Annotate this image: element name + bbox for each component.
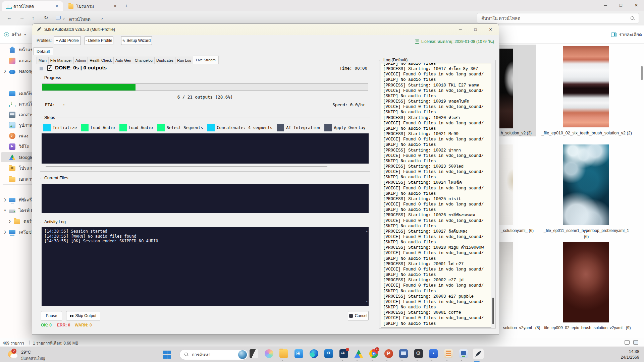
log-scrollbar[interactable] bbox=[491, 63, 495, 327]
taskbar-icon-iadoc[interactable] bbox=[336, 347, 352, 362]
app-tab-main[interactable]: Main bbox=[37, 57, 49, 64]
sidebar-item-folder[interactable]: ❯ดอร์สตั๊ bbox=[6, 216, 32, 226]
log-text-area[interactable]: [SKIP] No audio files[PROCESS] Starting:… bbox=[381, 63, 492, 327]
app-title-bar[interactable]: SJ88 AutoBatch v26.5.3 (Multi-Profile) ─… bbox=[32, 24, 499, 35]
sidebar-item-music[interactable]: เพลง bbox=[1, 131, 32, 141]
app-tab-run-log[interactable]: Run Log bbox=[175, 57, 193, 64]
forward-icon[interactable]: → bbox=[19, 15, 24, 20]
pause-button[interactable]: Pause bbox=[41, 311, 62, 320]
app-minimize-button[interactable]: ─ bbox=[453, 24, 468, 35]
scroll-up-icon[interactable]: ▲ bbox=[366, 229, 368, 234]
taskbar-icon-appstore2[interactable] bbox=[426, 347, 441, 362]
taskbar-icon-store[interactable] bbox=[291, 347, 307, 362]
scrollbar-thumb[interactable] bbox=[641, 66, 643, 80]
file-thumbnail[interactable] bbox=[563, 242, 609, 322]
taskbar-icon-server[interactable] bbox=[441, 347, 456, 362]
file-name[interactable]: h_solution_v2 (3) bbox=[501, 131, 532, 135]
sidebar-item-docs[interactable]: เอกสาร bbox=[1, 110, 32, 120]
taskbar-icon-outlook[interactable] bbox=[321, 347, 336, 362]
start-button[interactable] bbox=[163, 351, 171, 359]
file-thumbnail[interactable] bbox=[563, 46, 609, 127]
sidebar-item-gdrive[interactable]: Google bbox=[1, 152, 32, 162]
taskbar-icon-autobatch[interactable] bbox=[471, 347, 486, 362]
app-tab-health-check[interactable]: Health Check bbox=[88, 57, 114, 64]
refresh-icon[interactable]: ↻ bbox=[44, 15, 48, 21]
sidebar-item-gallery[interactable]: แกลเลอรี bbox=[1, 56, 32, 66]
file-name[interactable]: _solution_v2yaml_ (8) bbox=[501, 325, 540, 330]
delete-profile-button[interactable]: - Delete Profile bbox=[85, 36, 113, 45]
chevron-icon[interactable]: ❯ bbox=[1, 198, 9, 201]
done-checkbox[interactable] bbox=[47, 65, 52, 71]
chevron-icon[interactable]: ❯ bbox=[1, 69, 9, 73]
scroll-down-icon[interactable]: ▼ bbox=[366, 299, 368, 304]
sidebar-item-download[interactable]: ดาวน์โหลด bbox=[1, 99, 32, 109]
explorer-tab-downloads[interactable]: ดาวน์โหลด ✕ bbox=[2, 1, 63, 11]
file-name[interactable]: (6) bbox=[538, 234, 634, 239]
app-tab-changelog[interactable]: Changelog bbox=[133, 57, 155, 64]
sidebar-item-network[interactable]: ❯เครือข่าย bbox=[1, 227, 32, 237]
taskbar-icon-gdrive[interactable] bbox=[351, 347, 366, 362]
profile-tab-default[interactable]: Default bbox=[33, 47, 53, 55]
tab-close-icon[interactable]: ✕ bbox=[54, 4, 60, 8]
cancel-button[interactable]: Cancel bbox=[348, 311, 369, 320]
sidebar-item-folder[interactable]: เอกสาร bbox=[1, 174, 32, 184]
taskbar-icon-edge[interactable] bbox=[306, 347, 321, 362]
new-button[interactable]: + สร้าง ▼ bbox=[4, 31, 26, 38]
taskbar-icon-taskview[interactable] bbox=[247, 347, 262, 362]
file-thumbnail[interactable] bbox=[499, 49, 513, 128]
skip-output-button[interactable]: ▶▮ Skip Output bbox=[66, 311, 100, 320]
taskbar-icon-explorer[interactable] bbox=[276, 347, 291, 362]
add-profile-button[interactable]: + Add Profile bbox=[54, 36, 81, 45]
new-tab-button[interactable]: + bbox=[125, 3, 128, 8]
taskbar-icon-settings[interactable] bbox=[411, 347, 426, 362]
explorer-minimize-button[interactable]: ─ bbox=[598, 0, 613, 10]
file-thumbnail[interactable] bbox=[499, 242, 513, 322]
steps-scrollbar[interactable] bbox=[46, 166, 327, 167]
app-close-button[interactable]: ✕ bbox=[483, 24, 498, 35]
app-maximize-button[interactable]: □ bbox=[468, 24, 483, 35]
file-name[interactable]: _file_ep011_scene1_hyperloop_problemyaml… bbox=[538, 228, 634, 233]
app-tab-auto-gen[interactable]: Auto Gen bbox=[114, 57, 133, 64]
file-thumbnail[interactable] bbox=[563, 144, 609, 225]
chevron-icon[interactable]: ❯ bbox=[6, 220, 14, 223]
explorer-tab-programs[interactable]: โปรแกรม ✕ bbox=[65, 1, 121, 11]
log-scrollbar-thumb[interactable] bbox=[492, 298, 494, 324]
taskbar-icon-powerpoint[interactable] bbox=[381, 347, 396, 362]
file-thumbnail[interactable] bbox=[499, 144, 513, 225]
explorer-close-button[interactable]: ✕ bbox=[629, 0, 644, 10]
weather-widget[interactable]: 2 29°C มีแดดส่วนใหญ่ bbox=[8, 349, 45, 361]
app-tab-duplicates[interactable]: Duplicates bbox=[155, 57, 175, 64]
breadcrumb[interactable]: ดาวน์โหลด bbox=[69, 16, 91, 23]
view-thumbnail-icon[interactable] bbox=[633, 340, 638, 345]
taskbar-icon-usbapp[interactable] bbox=[456, 347, 471, 362]
taskbar-icon-winapp[interactable] bbox=[396, 347, 411, 362]
sidebar-item-onedrive[interactable]: ❯Narong bbox=[1, 66, 32, 76]
up-icon[interactable]: ↑ bbox=[32, 15, 35, 20]
chevron-icon[interactable]: ❯ bbox=[1, 230, 9, 234]
stop-indicator[interactable] bbox=[40, 67, 43, 70]
sidebar-item-folder-app[interactable]: โปรแกรม bbox=[1, 163, 32, 173]
taskbar-clock[interactable]: 14:38 24/1/2569 bbox=[621, 349, 639, 360]
sidebar-item-pictures[interactable]: รูปภาพ bbox=[1, 120, 32, 130]
sidebar-item-home[interactable]: หน้าแรก bbox=[1, 45, 32, 55]
app-tab-file-manager[interactable]: File Manager bbox=[49, 57, 74, 64]
tab-close-icon[interactable]: ✕ bbox=[112, 4, 118, 8]
view-list-icon[interactable] bbox=[625, 340, 630, 345]
explorer-search-input[interactable]: ค้นหาใน ดาวน์โหลด bbox=[477, 13, 639, 23]
details-button[interactable]: รายละเอียด bbox=[611, 31, 642, 38]
app-tab-live-stream[interactable]: Live Stream bbox=[193, 56, 219, 64]
sidebar-item-drive[interactable]: ▼ไดรฟ์ US bbox=[1, 205, 32, 216]
file-name[interactable]: _file_ep010_02_six_teeth_brush_solution_… bbox=[538, 131, 635, 135]
file-name[interactable]: _file_ep009_02_epic_brush_solution_v2yam… bbox=[538, 325, 634, 330]
back-icon[interactable]: ← bbox=[7, 15, 12, 20]
taskbar-icon-chromesj[interactable] bbox=[366, 347, 381, 362]
sidebar-item-desktop[interactable]: เดสก์ท็อป bbox=[1, 88, 32, 99]
setup-wizard-button[interactable]: ✎ Setup Wizard bbox=[121, 36, 152, 45]
chevron-icon[interactable]: ▼ bbox=[1, 209, 9, 212]
taskbar-icon-copilot[interactable] bbox=[262, 347, 277, 362]
taskbar-search[interactable]: การค้นหา bbox=[179, 349, 248, 360]
file-name[interactable]: _solutionyaml_ (6) bbox=[501, 228, 534, 233]
explorer-maximize-button[interactable]: □ bbox=[613, 0, 628, 10]
sidebar-item-videos[interactable]: วิดีโอ bbox=[1, 141, 32, 152]
app-tab-admin[interactable]: Admin bbox=[74, 57, 88, 64]
